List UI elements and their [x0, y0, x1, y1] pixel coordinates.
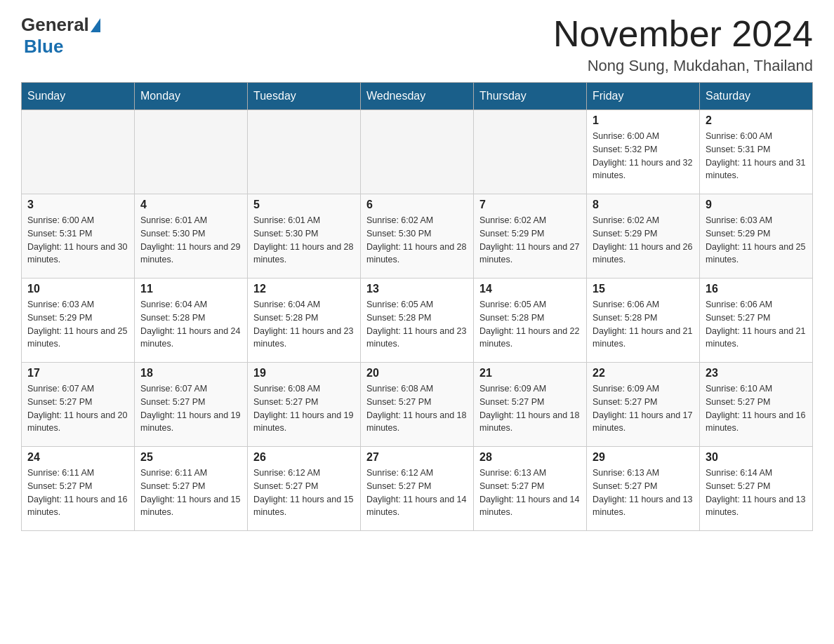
- day-number: 24: [27, 451, 128, 464]
- calendar-cell: 5Sunrise: 6:01 AM Sunset: 5:30 PM Daylig…: [248, 194, 361, 279]
- calendar-week-row: 10Sunrise: 6:03 AM Sunset: 5:29 PM Dayli…: [22, 279, 813, 363]
- day-info: Sunrise: 6:05 AM Sunset: 5:28 PM Dayligh…: [366, 298, 468, 351]
- calendar-cell: 8Sunrise: 6:02 AM Sunset: 5:29 PM Daylig…: [587, 194, 700, 279]
- day-number: 17: [27, 367, 128, 380]
- calendar-cell: 1Sunrise: 6:00 AM Sunset: 5:32 PM Daylig…: [587, 110, 700, 194]
- calendar-cell: 2Sunrise: 6:00 AM Sunset: 5:31 PM Daylig…: [700, 110, 813, 194]
- day-info: Sunrise: 6:11 AM Sunset: 5:27 PM Dayligh…: [27, 467, 128, 519]
- day-number: 9: [706, 199, 807, 211]
- calendar-week-row: 1Sunrise: 6:00 AM Sunset: 5:32 PM Daylig…: [22, 110, 813, 194]
- day-info: Sunrise: 6:04 AM Sunset: 5:28 PM Dayligh…: [140, 298, 241, 351]
- day-number: 29: [593, 451, 694, 464]
- day-number: 19: [253, 367, 355, 380]
- day-number: 18: [140, 367, 241, 380]
- calendar-table: SundayMondayTuesdayWednesdayThursdayFrid…: [21, 82, 813, 531]
- calendar-cell: [22, 110, 135, 194]
- day-info: Sunrise: 6:03 AM Sunset: 5:29 PM Dayligh…: [706, 214, 807, 267]
- day-info: Sunrise: 6:14 AM Sunset: 5:27 PM Dayligh…: [706, 467, 807, 519]
- calendar-header-tuesday: Tuesday: [248, 83, 361, 110]
- day-info: Sunrise: 6:13 AM Sunset: 5:27 PM Dayligh…: [593, 467, 694, 519]
- day-info: Sunrise: 6:12 AM Sunset: 5:27 PM Dayligh…: [253, 467, 355, 519]
- calendar-cell: 17Sunrise: 6:07 AM Sunset: 5:27 PM Dayli…: [22, 363, 135, 447]
- calendar-cell: 21Sunrise: 6:09 AM Sunset: 5:27 PM Dayli…: [474, 363, 587, 447]
- logo-text: General: [21, 14, 102, 36]
- day-info: Sunrise: 6:01 AM Sunset: 5:30 PM Dayligh…: [140, 214, 241, 267]
- calendar-cell: 24Sunrise: 6:11 AM Sunset: 5:27 PM Dayli…: [22, 447, 135, 531]
- calendar-cell: 3Sunrise: 6:00 AM Sunset: 5:31 PM Daylig…: [22, 194, 135, 279]
- day-number: 22: [593, 367, 694, 380]
- day-number: 28: [479, 451, 581, 464]
- day-info: Sunrise: 6:07 AM Sunset: 5:27 PM Dayligh…: [140, 382, 241, 435]
- calendar-cell: 26Sunrise: 6:12 AM Sunset: 5:27 PM Dayli…: [248, 447, 361, 531]
- calendar-cell: 25Sunrise: 6:11 AM Sunset: 5:27 PM Dayli…: [135, 447, 248, 531]
- calendar-cell: 23Sunrise: 6:10 AM Sunset: 5:27 PM Dayli…: [700, 363, 813, 447]
- calendar-cell: [361, 110, 474, 194]
- calendar-cell: [474, 110, 587, 194]
- calendar-cell: 11Sunrise: 6:04 AM Sunset: 5:28 PM Dayli…: [135, 279, 248, 363]
- title-area: November 2024 Nong Sung, Mukdahan, Thail…: [553, 14, 813, 75]
- calendar-cell: 29Sunrise: 6:13 AM Sunset: 5:27 PM Dayli…: [587, 447, 700, 531]
- calendar-cell: 28Sunrise: 6:13 AM Sunset: 5:27 PM Dayli…: [474, 447, 587, 531]
- day-number: 5: [253, 199, 355, 211]
- logo-blue: Blue: [24, 36, 63, 57]
- calendar-cell: 10Sunrise: 6:03 AM Sunset: 5:29 PM Dayli…: [22, 279, 135, 363]
- day-info: Sunrise: 6:03 AM Sunset: 5:29 PM Dayligh…: [27, 298, 128, 351]
- calendar-cell: 18Sunrise: 6:07 AM Sunset: 5:27 PM Dayli…: [135, 363, 248, 447]
- calendar-cell: 14Sunrise: 6:05 AM Sunset: 5:28 PM Dayli…: [474, 279, 587, 363]
- day-info: Sunrise: 6:12 AM Sunset: 5:27 PM Dayligh…: [366, 467, 468, 519]
- day-number: 1: [593, 114, 694, 127]
- day-number: 25: [140, 451, 241, 464]
- day-number: 11: [140, 283, 241, 295]
- calendar-cell: 13Sunrise: 6:05 AM Sunset: 5:28 PM Dayli…: [361, 279, 474, 363]
- day-number: 4: [140, 199, 241, 211]
- day-info: Sunrise: 6:06 AM Sunset: 5:27 PM Dayligh…: [706, 298, 807, 351]
- day-info: Sunrise: 6:09 AM Sunset: 5:27 PM Dayligh…: [479, 382, 581, 435]
- calendar-header-thursday: Thursday: [474, 83, 587, 110]
- day-number: 2: [706, 114, 807, 127]
- calendar-cell: [135, 110, 248, 194]
- day-number: 6: [366, 199, 468, 211]
- day-info: Sunrise: 6:10 AM Sunset: 5:27 PM Dayligh…: [706, 382, 807, 435]
- calendar-header-sunday: Sunday: [22, 83, 135, 110]
- calendar-cell: 30Sunrise: 6:14 AM Sunset: 5:27 PM Dayli…: [700, 447, 813, 531]
- day-number: 23: [706, 367, 807, 380]
- calendar-cell: 22Sunrise: 6:09 AM Sunset: 5:27 PM Dayli…: [587, 363, 700, 447]
- calendar-cell: 6Sunrise: 6:02 AM Sunset: 5:30 PM Daylig…: [361, 194, 474, 279]
- calendar-cell: 15Sunrise: 6:06 AM Sunset: 5:28 PM Dayli…: [587, 279, 700, 363]
- day-info: Sunrise: 6:11 AM Sunset: 5:27 PM Dayligh…: [140, 467, 241, 519]
- day-info: Sunrise: 6:00 AM Sunset: 5:31 PM Dayligh…: [706, 130, 807, 182]
- calendar-week-row: 3Sunrise: 6:00 AM Sunset: 5:31 PM Daylig…: [22, 194, 813, 279]
- calendar-week-row: 24Sunrise: 6:11 AM Sunset: 5:27 PM Dayli…: [22, 447, 813, 531]
- calendar-cell: 12Sunrise: 6:04 AM Sunset: 5:28 PM Dayli…: [248, 279, 361, 363]
- location-title: Nong Sung, Mukdahan, Thailand: [553, 57, 813, 75]
- calendar-cell: 20Sunrise: 6:08 AM Sunset: 5:27 PM Dayli…: [361, 363, 474, 447]
- day-info: Sunrise: 6:00 AM Sunset: 5:32 PM Dayligh…: [593, 130, 694, 182]
- day-info: Sunrise: 6:08 AM Sunset: 5:27 PM Dayligh…: [366, 382, 468, 435]
- calendar-cell: 7Sunrise: 6:02 AM Sunset: 5:29 PM Daylig…: [474, 194, 587, 279]
- day-info: Sunrise: 6:06 AM Sunset: 5:28 PM Dayligh…: [593, 298, 694, 351]
- day-number: 14: [479, 283, 581, 295]
- calendar-cell: 27Sunrise: 6:12 AM Sunset: 5:27 PM Dayli…: [361, 447, 474, 531]
- calendar-cell: 19Sunrise: 6:08 AM Sunset: 5:27 PM Dayli…: [248, 363, 361, 447]
- month-title: November 2024: [553, 14, 813, 54]
- day-info: Sunrise: 6:09 AM Sunset: 5:27 PM Dayligh…: [593, 382, 694, 435]
- day-number: 27: [366, 451, 468, 464]
- calendar-header-saturday: Saturday: [700, 83, 813, 110]
- day-number: 3: [27, 199, 128, 211]
- day-number: 8: [593, 199, 694, 211]
- calendar-header-friday: Friday: [587, 83, 700, 110]
- day-number: 21: [479, 367, 581, 380]
- day-info: Sunrise: 6:05 AM Sunset: 5:28 PM Dayligh…: [479, 298, 581, 351]
- day-number: 15: [593, 283, 694, 295]
- day-number: 30: [706, 451, 807, 464]
- day-number: 7: [479, 199, 581, 211]
- logo-triangle-icon: [91, 18, 100, 32]
- calendar-header-monday: Monday: [135, 83, 248, 110]
- calendar-cell: 4Sunrise: 6:01 AM Sunset: 5:30 PM Daylig…: [135, 194, 248, 279]
- day-number: 26: [253, 451, 355, 464]
- day-info: Sunrise: 6:00 AM Sunset: 5:31 PM Dayligh…: [27, 214, 128, 267]
- calendar-header-wednesday: Wednesday: [361, 83, 474, 110]
- calendar-week-row: 17Sunrise: 6:07 AM Sunset: 5:27 PM Dayli…: [22, 363, 813, 447]
- day-info: Sunrise: 6:02 AM Sunset: 5:29 PM Dayligh…: [593, 214, 694, 267]
- page-header: General Blue November 2024 Nong Sung, Mu…: [21, 14, 813, 75]
